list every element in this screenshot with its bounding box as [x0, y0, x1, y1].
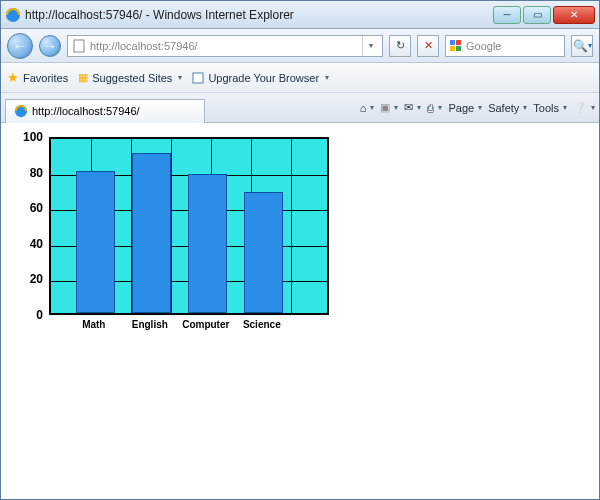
chart-y-tick: 80 [11, 166, 43, 180]
chart-y-tick: 0 [11, 308, 43, 322]
mail-button[interactable]: ✉▾ [404, 101, 421, 114]
page-icon [192, 72, 204, 84]
window-title: http://localhost:57946/ - Windows Intern… [25, 8, 493, 22]
svg-rect-4 [450, 46, 455, 51]
google-icon [450, 40, 462, 52]
chart-x-tick: Computer [182, 319, 229, 330]
address-bar[interactable]: http://localhost:57946/ ▾ [67, 35, 383, 57]
star-icon: ★ [7, 70, 19, 85]
print-icon: ⎙ [427, 102, 434, 114]
chart-y-tick: 60 [11, 201, 43, 215]
chart-y-tick: 40 [11, 237, 43, 251]
maximize-button[interactable]: ▭ [523, 6, 551, 24]
tools-label: Tools [533, 102, 559, 114]
address-text: http://localhost:57946/ [90, 40, 362, 52]
svg-rect-5 [456, 46, 461, 51]
safety-menu[interactable]: Safety▾ [488, 102, 527, 114]
chart-gridline [291, 139, 292, 313]
chart-plot-area [49, 137, 329, 315]
ie-logo-icon [14, 104, 28, 118]
mail-icon: ✉ [404, 101, 413, 114]
chart-bar [244, 192, 283, 313]
page-content: 020406080100 MathEnglishComputerScience [1, 123, 599, 499]
help-icon: ❔ [573, 101, 587, 114]
arrow-right-icon: → [43, 38, 57, 54]
upgrade-browser-button[interactable]: Upgrade Your Browser ▾ [192, 72, 329, 84]
titlebar: http://localhost:57946/ - Windows Intern… [1, 1, 599, 29]
tools-menu[interactable]: Tools▾ [533, 102, 567, 114]
svg-rect-1 [74, 40, 84, 52]
chart-bar [132, 153, 171, 313]
chart-x-tick: Math [82, 319, 105, 330]
home-icon: ⌂ [360, 102, 367, 114]
refresh-icon: ↻ [396, 39, 405, 52]
tab-bar: http://localhost:57946/ ⌂▾ ▣▾ ✉▾ ⎙▾ Page… [1, 93, 599, 123]
minimize-button[interactable]: ─ [493, 6, 521, 24]
window-buttons: ─ ▭ ✕ [493, 6, 595, 24]
svg-rect-6 [193, 73, 203, 83]
close-button[interactable]: ✕ [553, 6, 595, 24]
stop-button[interactable]: ✕ [417, 35, 439, 57]
chart-bar [76, 171, 115, 313]
chart-y-tick: 20 [11, 272, 43, 286]
refresh-button[interactable]: ↻ [389, 35, 411, 57]
page-label: Page [448, 102, 474, 114]
forward-button[interactable]: → [39, 35, 61, 57]
svg-rect-2 [450, 40, 455, 45]
favorites-label: Favorites [23, 72, 68, 84]
favorites-bar: ★ Favorites ▦ Suggested Sites ▾ Upgrade … [1, 63, 599, 93]
chevron-down-icon: ▾ [325, 73, 329, 82]
suggested-sites-button[interactable]: ▦ Suggested Sites ▾ [78, 71, 182, 84]
favorites-button[interactable]: ★ Favorites [7, 70, 68, 85]
magnifier-icon: 🔍 [573, 39, 588, 53]
feeds-button[interactable]: ▣▾ [380, 101, 398, 114]
chevron-down-icon: ▾ [588, 41, 592, 50]
chart-bar [188, 174, 227, 313]
chart-x-tick: English [132, 319, 168, 330]
help-button[interactable]: ❔▾ [573, 101, 595, 114]
rss-icon: ▣ [380, 101, 390, 114]
back-button[interactable]: ← [7, 33, 33, 59]
suggested-label: Suggested Sites [92, 72, 172, 84]
arrow-left-icon: ← [13, 38, 27, 54]
upgrade-label: Upgrade Your Browser [208, 72, 319, 84]
ie-window: http://localhost:57946/ - Windows Intern… [0, 0, 600, 500]
search-placeholder: Google [466, 40, 501, 52]
tab-label: http://localhost:57946/ [32, 105, 140, 117]
svg-rect-3 [456, 40, 461, 45]
search-go-button[interactable]: 🔍 ▾ [571, 35, 593, 57]
print-button[interactable]: ⎙▾ [427, 102, 442, 114]
chevron-down-icon: ▾ [178, 73, 182, 82]
stop-icon: ✕ [424, 39, 433, 52]
search-box[interactable]: Google [445, 35, 565, 57]
chart-x-tick: Science [243, 319, 281, 330]
command-bar: ⌂▾ ▣▾ ✉▾ ⎙▾ Page▾ Safety▾ Tools▾ ❔▾ [360, 101, 595, 114]
address-dropdown[interactable]: ▾ [362, 36, 378, 56]
bar-chart: 020406080100 MathEnglishComputerScience [11, 133, 341, 343]
suggested-icon: ▦ [78, 71, 88, 84]
home-button[interactable]: ⌂▾ [360, 102, 375, 114]
ie-logo-icon [5, 7, 21, 23]
safety-label: Safety [488, 102, 519, 114]
chart-y-tick: 100 [11, 130, 43, 144]
page-icon [72, 39, 86, 53]
navigation-bar: ← → http://localhost:57946/ ▾ ↻ ✕ Google… [1, 29, 599, 63]
page-menu[interactable]: Page▾ [448, 102, 482, 114]
tab-current[interactable]: http://localhost:57946/ [5, 99, 205, 123]
